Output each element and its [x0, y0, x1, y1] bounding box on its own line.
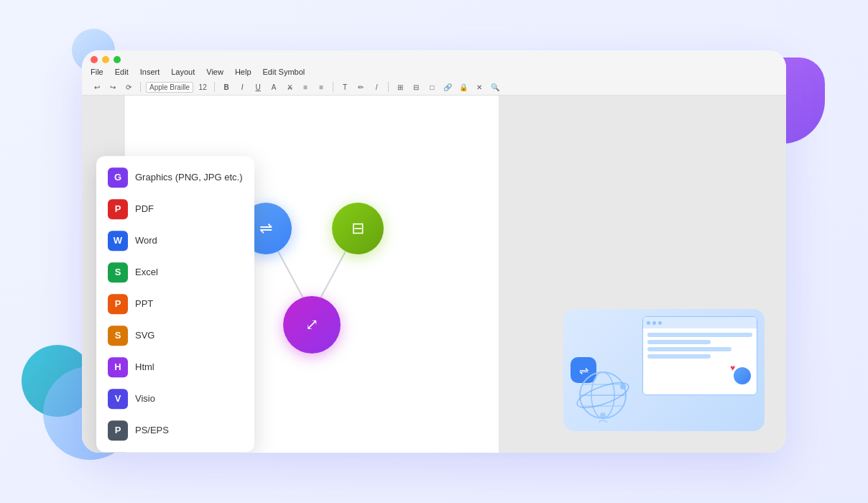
- preview-card: ⇌ ✈ ♥: [563, 309, 765, 431]
- diagram-container: ⇌ ⊟ ⤢: [233, 188, 391, 361]
- dropdown-item-ps/eps[interactable]: PPS/EPS: [96, 415, 254, 446]
- menu-help[interactable]: Help: [235, 68, 251, 76]
- format-label-visio: Visio: [135, 393, 155, 404]
- menu-bar: File Edit Insert Layout View Help Edit S…: [91, 68, 777, 76]
- format-label-ps/eps: PS/EPS: [135, 425, 169, 435]
- export-icon: ⤢: [305, 315, 318, 334]
- mini-browser: ♥: [642, 316, 757, 395]
- share-icon: ⇌: [259, 219, 272, 238]
- export-node[interactable]: ⤢: [283, 296, 341, 354]
- pen-button[interactable]: ✏: [354, 81, 367, 93]
- window-chrome: File Edit Insert Layout View Help Edit S…: [82, 50, 786, 96]
- mini-dot-1: [647, 321, 650, 325]
- print-node[interactable]: ⊟: [332, 203, 384, 254]
- format-label-html: Html: [135, 361, 154, 372]
- globe-icon: [574, 366, 632, 424]
- mini-line-1: [647, 333, 752, 337]
- format-icon-html: H: [108, 357, 128, 377]
- separator-3: [333, 82, 333, 92]
- format-icon-pdf: P: [108, 199, 128, 219]
- menu-edit[interactable]: Edit: [115, 68, 129, 76]
- menu-file[interactable]: File: [91, 68, 103, 76]
- mini-dot-2: [652, 321, 656, 325]
- main-window: File Edit Insert Layout View Help Edit S…: [82, 50, 786, 453]
- format-icon-excel: S: [108, 262, 128, 282]
- mini-line-2: [647, 340, 711, 344]
- dropdown-item-visio[interactable]: VVisio: [96, 383, 254, 415]
- underline-button[interactable]: U: [251, 81, 264, 93]
- mini-browser-chrome: [643, 317, 757, 328]
- delete-button[interactable]: ✕: [473, 81, 486, 93]
- format-label-pdf: PDF: [135, 203, 154, 214]
- print-icon: ⊟: [351, 219, 364, 238]
- lock-button[interactable]: 🔒: [457, 81, 470, 93]
- mini-browser-body: [643, 328, 757, 363]
- link-button[interactable]: 🔗: [441, 81, 454, 93]
- search-button[interactable]: 🔍: [489, 81, 502, 93]
- menu-insert[interactable]: Insert: [140, 68, 160, 76]
- mini-dot-3: [658, 321, 662, 325]
- mini-line-3: [647, 347, 731, 351]
- format-icon-graphics (png, jpg etc.): G: [108, 167, 128, 188]
- mini-line-4: [647, 354, 711, 359]
- font-color-button[interactable]: A: [267, 81, 280, 93]
- separator-4: [388, 82, 389, 92]
- format-icon-visio: V: [108, 389, 128, 409]
- format-label-svg: SVG: [135, 330, 154, 341]
- undo-button[interactable]: ↩: [91, 81, 103, 93]
- menu-layout[interactable]: Layout: [171, 68, 195, 76]
- dropdown-item-excel[interactable]: SExcel: [96, 257, 254, 288]
- svg-point-9: [600, 412, 606, 418]
- font-size-input[interactable]: 12: [196, 81, 209, 93]
- align-center-button[interactable]: ≡: [315, 81, 328, 93]
- format-label-word: Word: [135, 235, 157, 246]
- format-label-graphics (png, jpg etc.): Graphics (PNG, JPG etc.): [135, 172, 243, 183]
- separator-1: [140, 82, 141, 92]
- image-button[interactable]: □: [425, 81, 438, 93]
- font-name-input[interactable]: Apple Braille: [146, 82, 193, 93]
- dropdown-item-word[interactable]: WWord: [96, 225, 254, 257]
- dropdown-item-html[interactable]: HHtml: [96, 351, 254, 383]
- format-icon-svg: S: [108, 326, 128, 346]
- format-icon-word: W: [108, 231, 128, 251]
- menu-edit-symbol[interactable]: Edit Symbol: [263, 68, 305, 76]
- minimize-button[interactable]: [102, 56, 109, 63]
- align-left-button[interactable]: ≡: [299, 81, 312, 93]
- grid-button[interactable]: ⊞: [394, 81, 407, 93]
- redo-button[interactable]: ↪: [106, 81, 119, 93]
- svg-point-8: [620, 384, 626, 389]
- menu-view[interactable]: View: [206, 68, 223, 76]
- mini-avatar: [734, 367, 751, 384]
- dropdown-item-pdf[interactable]: PPDF: [96, 193, 254, 225]
- export-dropdown: GGraphics (PNG, JPG etc.)PPDFWWordSExcel…: [96, 156, 254, 452]
- format-icon-ppt: P: [108, 294, 128, 314]
- separator-2: [214, 82, 215, 92]
- bold-button[interactable]: B: [220, 81, 233, 93]
- format-icon-ps/eps: P: [108, 420, 128, 440]
- strikethrough-button[interactable]: X̶: [283, 81, 296, 93]
- dropdown-item-graphics-(png,-jpg-etc.)[interactable]: GGraphics (PNG, JPG etc.): [96, 162, 254, 193]
- canvas-area: ⇌ ⊟ ⤢ Page-1 + GGraphics (PNG, JPG etc.)…: [82, 96, 786, 453]
- maximize-button[interactable]: [114, 56, 121, 63]
- dropdown-item-ppt[interactable]: PPPT: [96, 288, 254, 320]
- traffic-lights: [91, 56, 777, 63]
- toolbar: ↩ ↪ ⟳ Apple Braille 12 B I U A X̶ ≡ ≡ T …: [91, 79, 777, 95]
- line-button[interactable]: /: [370, 81, 383, 93]
- heart-badge: ♥: [730, 363, 735, 373]
- format-label-ppt: PPT: [135, 298, 153, 309]
- close-button[interactable]: [91, 56, 98, 63]
- dropdown-item-svg[interactable]: SSVG: [96, 320, 254, 351]
- table-button[interactable]: ⊟: [410, 81, 423, 93]
- history-button[interactable]: ⟳: [122, 81, 135, 93]
- text-format-button[interactable]: T: [338, 81, 351, 93]
- italic-button[interactable]: I: [236, 81, 249, 93]
- format-label-excel: Excel: [135, 267, 158, 277]
